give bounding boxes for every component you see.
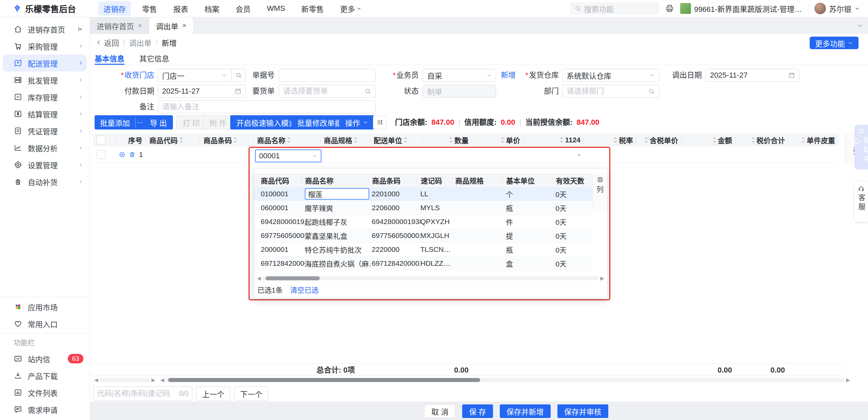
sort-icon[interactable] <box>559 137 564 143</box>
finder-search-field[interactable]: 0/0 <box>93 386 192 401</box>
cell-price-with-tax[interactable] <box>636 146 682 163</box>
col-price-with-tax[interactable]: 含税单价 <box>636 134 682 146</box>
close-icon[interactable]: × <box>138 22 142 29</box>
remark-input[interactable] <box>162 102 371 111</box>
clear-selection-link[interactable]: 清空已选 <box>290 284 319 295</box>
export-button[interactable]: 导 出 <box>144 115 173 129</box>
sort-icon[interactable] <box>449 137 453 143</box>
scroll-right-arrow[interactable]: ▶ <box>599 276 605 281</box>
sort-icon[interactable] <box>613 137 617 143</box>
request-bill-input[interactable] <box>283 87 364 96</box>
menu-more[interactable]: 更多 <box>335 1 367 16</box>
cell-1124[interactable]: - <box>524 146 584 163</box>
row-checkbox[interactable] <box>97 150 105 159</box>
tabstrip-collapse-button[interactable] <box>852 17 868 34</box>
select-all-checkbox[interactable] <box>97 136 105 144</box>
popup-column-settings-tab[interactable]: 列 <box>592 174 607 211</box>
sidebar-item-voucher[interactable]: 凭证管理 <box>0 122 90 139</box>
sidebar-item-favorites[interactable]: 常用入口 <box>0 315 90 332</box>
sidebar-item-purchase[interactable]: 采购管理 <box>0 38 90 55</box>
salesman-select[interactable]: 自采 <box>423 69 496 82</box>
col-1124[interactable]: 1124 <box>524 134 584 146</box>
cell-spec[interactable] <box>320 146 370 163</box>
scroll-right-arrow[interactable]: ▶ <box>845 377 851 383</box>
col-barcode[interactable]: 商品条码 <box>200 134 254 146</box>
global-search-box[interactable]: 搜索功能 <box>570 2 659 15</box>
more-features-button[interactable]: 更多功能 <box>810 37 859 49</box>
menu-report[interactable]: 报表 <box>168 1 193 16</box>
delete-row-icon[interactable] <box>129 151 136 158</box>
bill-no-input[interactable] <box>283 71 371 80</box>
sidebar-item-inbox[interactable]: 站内信 63 <box>0 350 90 367</box>
scrollbar-thumb[interactable] <box>265 276 320 280</box>
finder-search-input[interactable] <box>97 389 179 398</box>
previous-button[interactable]: 上一个 <box>196 386 230 401</box>
subtab-other-info[interactable]: 其它信息 <box>139 51 169 65</box>
department-input[interactable] <box>567 87 648 96</box>
sort-icon[interactable] <box>644 137 648 143</box>
col-product-name[interactable]: 商品名称 <box>254 134 320 146</box>
cell-product-code[interactable] <box>146 146 200 163</box>
sort-icon[interactable] <box>712 137 716 143</box>
cell-qty[interactable] <box>422 146 472 163</box>
user-menu[interactable]: 苏尔银 <box>814 3 860 14</box>
sidebar-item-analytics[interactable]: 数据分析 <box>0 139 90 156</box>
scrollbar-track[interactable] <box>99 378 151 382</box>
sidebar-item-inventory[interactable]: 库存管理 <box>0 88 90 105</box>
sort-icon[interactable] <box>801 137 805 143</box>
sidebar-item-delivery[interactable]: 配送管理 <box>3 55 87 72</box>
product-row[interactable]: 6977560500001 蒙鑫坚果礼盒 6977560500001 MXJGL… <box>254 229 592 243</box>
sort-icon[interactable] <box>354 137 358 143</box>
save-button[interactable]: 保 存 <box>462 404 493 418</box>
sidebar-item-settings[interactable]: 设置管理 <box>0 156 90 173</box>
col-delivery-unit[interactable]: 配送单位 <box>370 134 422 146</box>
items-table-row[interactable]: 1 - <box>93 146 839 163</box>
sidebar-item-wholesale[interactable]: 批发管理 <box>0 72 90 88</box>
product-row[interactable]: 2000001 特仑苏纯牛奶批次 2220000 TLSCN… 瓶 0天 <box>254 243 592 257</box>
collapse-sidebar-icon[interactable] <box>77 26 83 33</box>
cell-barcode[interactable] <box>200 146 254 163</box>
cancel-button[interactable]: 取 消 <box>424 404 455 418</box>
warehouse-select[interactable]: 系统默认仓库 <box>562 69 659 82</box>
scrollbar-thumb[interactable] <box>168 378 480 382</box>
menu-archive[interactable]: 档案 <box>199 1 224 16</box>
sidebar-item-settlement[interactable]: 结算管理 <box>0 105 90 122</box>
next-button[interactable]: 下一个 <box>234 386 268 401</box>
operate-dropdown-button[interactable]: 操作 <box>339 115 374 129</box>
cell-amount[interactable] <box>682 146 735 163</box>
customer-service-fab[interactable]: 客服 <box>854 182 868 222</box>
request-bill-field[interactable] <box>279 85 376 98</box>
scroll-right-arrow[interactable]: ▶ <box>150 377 156 383</box>
sidebar-item-auto-replenish[interactable]: 自动补货 <box>0 173 90 190</box>
sort-icon[interactable] <box>500 137 505 143</box>
scroll-left-arrow[interactable]: ◀ <box>256 276 262 281</box>
printer-icon[interactable] <box>665 4 674 13</box>
sort-icon[interactable] <box>233 137 237 143</box>
cell-tax-total[interactable] <box>735 146 788 163</box>
scroll-left-arrow[interactable]: ◀ <box>93 377 99 383</box>
save-and-audit-button[interactable]: 保存并审核 <box>557 404 608 418</box>
sort-icon[interactable] <box>403 137 408 143</box>
popup-horizontal-scrollbar[interactable]: ◀ ▶ <box>256 276 605 281</box>
product-name-edit-input[interactable]: 榴莲 <box>305 188 369 200</box>
receive-store-link[interactable]: 收货门店 <box>124 71 154 79</box>
store-switcher[interactable]: 99661-新界面果蔬版测试-管理… <box>680 3 802 14</box>
product-code-select[interactable]: 00001 <box>255 149 321 162</box>
help-center-fab[interactable]: 帮助中心 <box>854 125 868 169</box>
cell-unit-price[interactable] <box>472 146 524 163</box>
product-row-selected[interactable]: 0100001 榴莲 2201000 LL 个 0天 <box>254 187 592 201</box>
col-product-code[interactable]: 商品代码 <box>146 134 200 146</box>
scrollbar-track[interactable] <box>165 378 845 382</box>
main-horizontal-scrollbar[interactable]: ◀ ▶ <box>159 377 851 383</box>
scroll-left-arrow[interactable]: ◀ <box>159 377 165 383</box>
tab-home[interactable]: 进销存首页 × <box>90 17 149 34</box>
cell-tax-rate[interactable] <box>584 146 636 163</box>
col-tax-total[interactable]: 税价合计 <box>735 134 788 146</box>
tab-transfer-out[interactable]: 调出单 × <box>149 17 193 34</box>
close-icon[interactable]: × <box>182 22 186 29</box>
col-amount[interactable]: 金额 <box>682 134 735 146</box>
col-spec[interactable]: 商品规格 <box>320 134 370 146</box>
add-row-icon[interactable] <box>119 151 125 158</box>
cell-delivery-unit[interactable] <box>370 146 422 163</box>
menu-retail[interactable]: 零售 <box>137 1 162 16</box>
